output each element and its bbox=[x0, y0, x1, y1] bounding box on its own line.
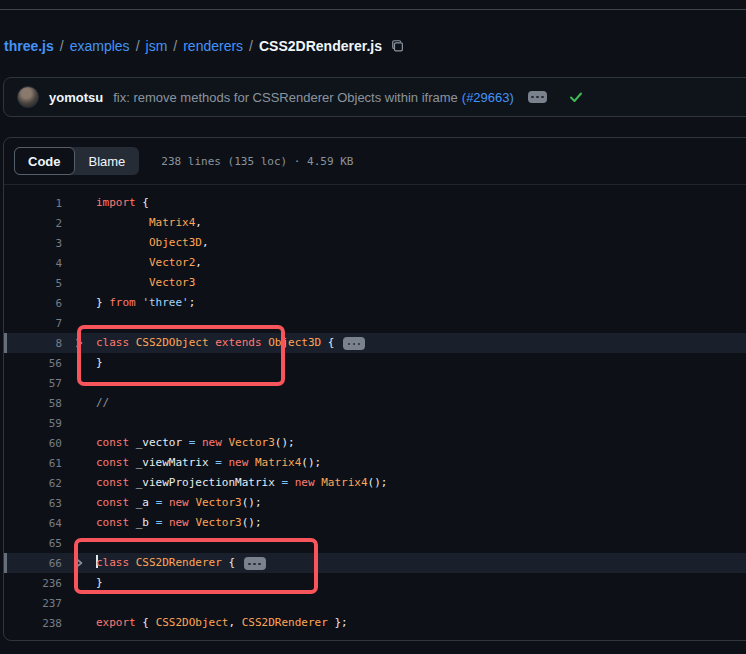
line-number[interactable]: 58 bbox=[4, 397, 66, 410]
line-number[interactable]: 6 bbox=[4, 297, 66, 310]
code-token: (); bbox=[242, 496, 262, 509]
code-token: (); bbox=[301, 456, 321, 469]
fold-column bbox=[66, 557, 96, 569]
tab-code[interactable]: Code bbox=[14, 147, 75, 175]
code-token: new bbox=[169, 496, 189, 509]
code-token: } bbox=[96, 356, 103, 369]
line-number[interactable]: 5 bbox=[4, 277, 66, 290]
commit-bar: yomotsu fix: remove methods for CSSRende… bbox=[3, 77, 746, 117]
code-line-text: Object3D, bbox=[96, 233, 209, 253]
code-token: new bbox=[169, 516, 189, 529]
code-row-4: 4 Vector2, bbox=[4, 253, 746, 273]
breadcrumb-link-three-js[interactable]: three.js bbox=[4, 38, 54, 54]
commit-status-check-icon[interactable] bbox=[569, 91, 583, 103]
code-line-text: // bbox=[96, 393, 109, 413]
code-token: Vector2 bbox=[149, 256, 195, 269]
code-token: class bbox=[96, 336, 129, 349]
line-number[interactable]: 8 bbox=[4, 337, 66, 350]
line-number[interactable]: 7 bbox=[4, 317, 66, 330]
code-row-63: 63const _a = new Vector3(); bbox=[4, 493, 746, 513]
line-number[interactable]: 66 bbox=[4, 557, 66, 570]
code-token: CSS2DRenderer bbox=[136, 556, 222, 569]
code-token: extends bbox=[215, 336, 261, 349]
code-row-60: 60const _vector = new Vector3(); bbox=[4, 433, 746, 453]
code-token: const bbox=[96, 516, 129, 529]
commit-pr-link[interactable]: (#29663) bbox=[462, 90, 514, 105]
code-line-text: } bbox=[96, 353, 103, 373]
breadcrumb-link-jsm[interactable]: jsm bbox=[146, 38, 168, 54]
tab-blame[interactable]: Blame bbox=[75, 147, 140, 175]
code-token: }; bbox=[328, 616, 348, 629]
line-number[interactable]: 65 bbox=[4, 537, 66, 550]
code-token: export bbox=[96, 616, 136, 629]
code-row-237: 237 bbox=[4, 593, 746, 613]
code-token: CSS2DObject bbox=[136, 336, 209, 349]
breadcrumb-link-examples[interactable]: examples bbox=[70, 38, 130, 54]
breadcrumb-separator: / bbox=[136, 38, 140, 54]
code-line-text: } bbox=[96, 573, 103, 593]
code-row-62: 62const _viewProjectionMatrix = new Matr… bbox=[4, 473, 746, 493]
code-token: , bbox=[195, 256, 202, 269]
code-row-236: 236} bbox=[4, 573, 746, 593]
file-header-divider bbox=[4, 184, 746, 185]
code-token bbox=[195, 436, 202, 449]
code-token bbox=[162, 496, 169, 509]
breadcrumb-separator: / bbox=[173, 38, 177, 54]
copy-path-icon[interactable] bbox=[391, 39, 405, 53]
line-number[interactable]: 2 bbox=[4, 217, 66, 230]
code-token: const bbox=[96, 496, 129, 509]
line-number[interactable]: 1 bbox=[4, 197, 66, 210]
code-line-text: const _viewMatrix = new Matrix4(); bbox=[96, 453, 321, 473]
code-line-text: class CSS2DRenderer { bbox=[96, 553, 266, 573]
line-number[interactable]: 59 bbox=[4, 417, 66, 430]
code-token: } bbox=[96, 576, 103, 589]
breadcrumb: three.js/examples/jsm/renderers/CSS2DRen… bbox=[4, 34, 405, 58]
code-token: Object3D bbox=[149, 236, 202, 249]
line-number[interactable]: 64 bbox=[4, 517, 66, 530]
code-token bbox=[162, 516, 169, 529]
code-row-59: 59 bbox=[4, 413, 746, 433]
code-line-text: const _vector = new Vector3(); bbox=[96, 433, 295, 453]
code-token: , bbox=[202, 236, 209, 249]
code-token: (); bbox=[242, 516, 262, 529]
code-token: const bbox=[96, 476, 129, 489]
fold-chevron-icon[interactable] bbox=[74, 337, 84, 349]
code-token: _b bbox=[129, 516, 156, 529]
fold-chevron-icon[interactable] bbox=[74, 557, 84, 569]
code-row-3: 3 Object3D, bbox=[4, 233, 746, 253]
breadcrumb-link-renderers[interactable]: renderers bbox=[183, 38, 243, 54]
code-token: } bbox=[96, 296, 109, 309]
line-number[interactable]: 60 bbox=[4, 437, 66, 450]
code-token bbox=[129, 556, 136, 569]
code-token: Matrix4 bbox=[321, 476, 367, 489]
line-number[interactable]: 63 bbox=[4, 497, 66, 510]
code-token: Vector3 bbox=[195, 516, 241, 529]
code-lines: 1import {2 Matrix4,3 Object3D,4 Vector2,… bbox=[4, 193, 746, 633]
code-line-text: Matrix4, bbox=[96, 213, 202, 233]
code-token bbox=[96, 216, 149, 229]
code-token: (); bbox=[275, 436, 295, 449]
line-number[interactable]: 238 bbox=[4, 617, 66, 630]
avatar[interactable] bbox=[17, 86, 39, 108]
expand-code-ellipsis-icon[interactable] bbox=[244, 557, 266, 570]
line-number[interactable]: 57 bbox=[4, 377, 66, 390]
file-header: Code Blame 238 lines (135 loc) · 4.59 KB bbox=[4, 138, 746, 184]
line-number[interactable]: 236 bbox=[4, 577, 66, 590]
code-token: CSS2DRenderer bbox=[242, 616, 328, 629]
code-line-text: export { CSS2DObject, CSS2DRenderer }; bbox=[96, 613, 348, 633]
commit-ellipsis-icon[interactable] bbox=[528, 91, 547, 103]
breadcrumb-separator: / bbox=[60, 38, 64, 54]
line-number[interactable]: 56 bbox=[4, 357, 66, 370]
code-token: from bbox=[109, 296, 136, 309]
expand-code-ellipsis-icon[interactable] bbox=[343, 337, 365, 350]
code-token bbox=[288, 476, 295, 489]
line-number[interactable]: 61 bbox=[4, 457, 66, 470]
code-token: { bbox=[136, 196, 149, 209]
line-number[interactable]: 62 bbox=[4, 477, 66, 490]
commit-message: fix: remove methods for CSSRenderer Obje… bbox=[113, 90, 458, 105]
commit-author-link[interactable]: yomotsu bbox=[49, 90, 103, 105]
line-number[interactable]: 237 bbox=[4, 597, 66, 610]
line-number[interactable]: 3 bbox=[4, 237, 66, 250]
line-number[interactable]: 4 bbox=[4, 257, 66, 270]
code-token: _viewMatrix bbox=[129, 456, 215, 469]
